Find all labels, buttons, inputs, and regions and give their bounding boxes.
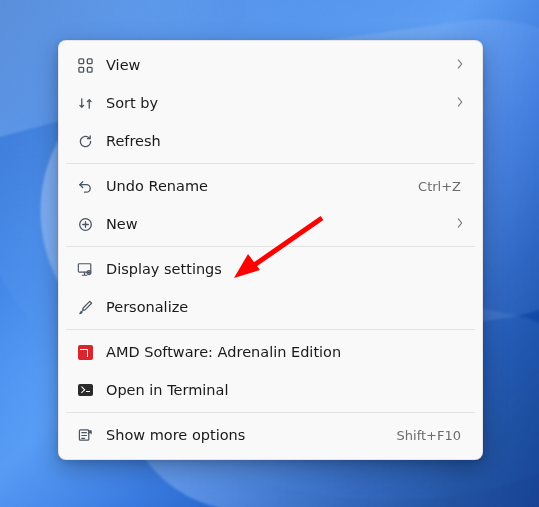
menu-item-view[interactable]: View — [64, 46, 477, 84]
menu-item-amd-software[interactable]: AMD Software: Adrenalin Edition — [64, 333, 477, 371]
amd-icon — [74, 342, 96, 362]
menu-item-show-more-options[interactable]: Show more options Shift+F10 — [64, 416, 477, 454]
menu-divider — [66, 163, 475, 164]
plus-circle-icon — [74, 214, 96, 234]
refresh-icon — [74, 131, 96, 151]
sort-icon — [74, 93, 96, 113]
menu-shortcut: Ctrl+Z — [418, 179, 461, 194]
menu-label: Show more options — [106, 427, 397, 443]
menu-item-sort-by[interactable]: Sort by — [64, 84, 477, 122]
terminal-icon — [74, 380, 96, 400]
menu-item-undo-rename[interactable]: Undo Rename Ctrl+Z — [64, 167, 477, 205]
menu-item-personalize[interactable]: Personalize — [64, 288, 477, 326]
menu-label: Open in Terminal — [106, 382, 467, 398]
menu-shortcut: Shift+F10 — [397, 428, 461, 443]
menu-item-new[interactable]: New — [64, 205, 477, 243]
menu-label: New — [106, 216, 453, 232]
svg-rect-1 — [87, 58, 92, 63]
menu-divider — [66, 412, 475, 413]
menu-item-refresh[interactable]: Refresh — [64, 122, 477, 160]
menu-label: Undo Rename — [106, 178, 418, 194]
desktop-context-menu: View Sort by Refresh Undo Rena — [58, 40, 483, 460]
grid-icon — [74, 55, 96, 75]
svg-rect-2 — [78, 67, 83, 72]
paintbrush-icon — [74, 297, 96, 317]
chevron-right-icon — [453, 58, 467, 72]
menu-label: Refresh — [106, 133, 467, 149]
undo-icon — [74, 176, 96, 196]
menu-label: Display settings — [106, 261, 467, 277]
display-settings-icon — [74, 259, 96, 279]
menu-item-display-settings[interactable]: Display settings — [64, 250, 477, 288]
menu-divider — [66, 329, 475, 330]
menu-label: Personalize — [106, 299, 467, 315]
svg-rect-0 — [78, 58, 83, 63]
menu-label: Sort by — [106, 95, 453, 111]
menu-label: AMD Software: Adrenalin Edition — [106, 344, 467, 360]
chevron-right-icon — [453, 96, 467, 110]
menu-divider — [66, 246, 475, 247]
menu-item-open-terminal[interactable]: Open in Terminal — [64, 371, 477, 409]
chevron-right-icon — [453, 217, 467, 231]
svg-rect-3 — [87, 67, 92, 72]
show-more-icon — [74, 425, 96, 445]
menu-label: View — [106, 57, 453, 73]
